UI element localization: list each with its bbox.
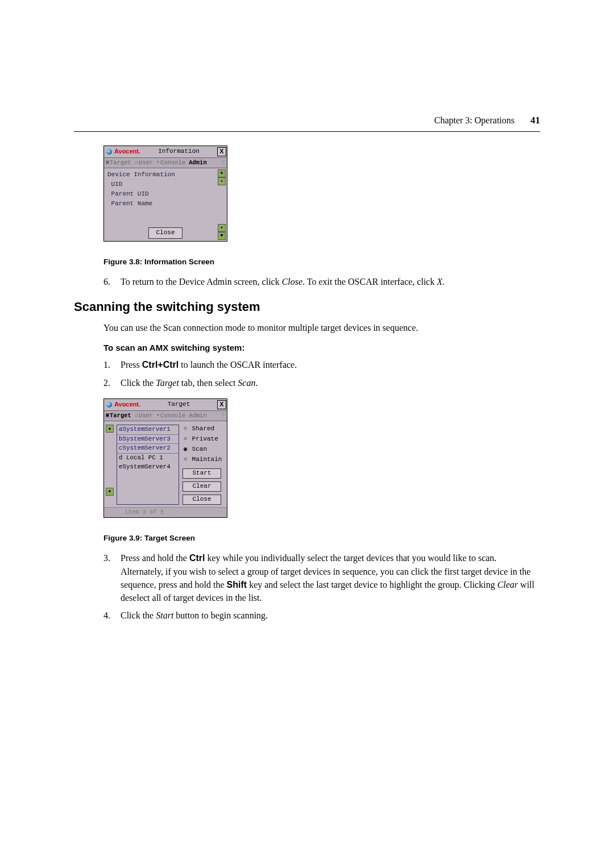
radio-maintain[interactable]: ○ Maintain xyxy=(182,455,222,464)
help-icon[interactable]: ? xyxy=(220,159,227,167)
list-number: 6. xyxy=(103,275,121,288)
help-icon[interactable]: ? xyxy=(220,412,227,420)
target-dialog: Avocent. Target X ▣Target ⌂User ▪Console… xyxy=(103,398,227,518)
scroll-down-icon[interactable]: ▼ xyxy=(106,488,114,496)
user-icon: ⌂ xyxy=(135,159,138,167)
figure-caption-2: Figure 3.9: Target Screen xyxy=(103,533,540,544)
tab-row: ▣Target ⌂User ▪Console Admin ? xyxy=(104,411,227,421)
radio-scan[interactable]: ◉ Scan xyxy=(182,445,222,454)
close-icon[interactable]: X xyxy=(217,400,226,409)
intro-paragraph: You can use the Scan connection mode to … xyxy=(103,321,540,334)
tab-admin[interactable]: Admin xyxy=(187,412,209,420)
list-item[interactable]: eSystemServer4 xyxy=(117,463,179,472)
target-list[interactable]: aSystemServer1 bSystemServer3 cSystemSer… xyxy=(117,425,179,505)
scroll-down-icon[interactable]: ▾ xyxy=(218,224,226,232)
list-number: 2. xyxy=(103,376,121,389)
procedure-heading: To scan an AMX switching system: xyxy=(103,342,540,354)
uid-row: UID xyxy=(107,180,223,189)
close-icon[interactable]: X xyxy=(217,147,226,156)
status-line: item 3 of 5 xyxy=(104,507,227,517)
chapter-label: Chapter 3: Operations xyxy=(434,114,515,127)
page-number: 41 xyxy=(530,114,540,128)
list-item[interactable]: d Local PC 1 xyxy=(117,454,179,463)
list-item[interactable]: aSystemServer1 xyxy=(117,425,179,435)
step-2-text: Click the Target tab, then select Scan. xyxy=(121,376,540,389)
parent-uid-row: Parent UID xyxy=(107,190,223,199)
brand-label: Avocent xyxy=(114,400,139,409)
list-number: 4. xyxy=(103,609,121,622)
tab-row: ▣Target ⌂User ▪Console Admin ? xyxy=(104,158,227,168)
tab-user[interactable]: ⌂User xyxy=(133,159,155,167)
tab-user[interactable]: ⌂User xyxy=(133,412,155,420)
user-icon: ⌂ xyxy=(135,412,138,420)
start-button[interactable]: Start xyxy=(182,468,221,479)
tab-target[interactable]: ▣Target xyxy=(104,159,133,167)
device-info-heading: Device Information xyxy=(107,171,223,180)
close-button[interactable]: Close xyxy=(182,495,221,505)
avocent-logo-icon xyxy=(106,149,112,155)
tab-console[interactable]: ▪Console xyxy=(155,159,187,167)
step-6-text: To return to the Device Admin screen, cl… xyxy=(121,275,540,288)
target-icon: ▣ xyxy=(106,412,109,420)
scroll-up-icon[interactable]: ▴ xyxy=(218,177,226,185)
list-number: 3. xyxy=(103,551,121,604)
radio-shared[interactable]: ○ Shared xyxy=(182,425,222,434)
close-button[interactable]: Close xyxy=(148,227,182,239)
radio-private[interactable]: ○ Private xyxy=(182,435,222,444)
brand-label: Avocent xyxy=(114,147,139,156)
step-4-text: Click the Start button to begin scanning… xyxy=(121,609,540,622)
step-3-text: Press and hold the Ctrl key while you in… xyxy=(121,551,540,604)
parent-name-row: Parent Name xyxy=(107,200,223,209)
section-heading: Scanning the switching system xyxy=(74,298,540,316)
list-item[interactable]: bSystemServer3 xyxy=(117,435,179,445)
tab-target[interactable]: ▣Target xyxy=(104,412,133,420)
scroll-top-icon[interactable]: ▲ xyxy=(218,169,226,177)
list-item[interactable]: cSystemServer2 xyxy=(117,444,179,454)
target-icon: ▣ xyxy=(106,159,109,167)
list-number: 1. xyxy=(103,358,121,371)
tab-console[interactable]: ▪Console xyxy=(155,412,187,420)
tab-admin[interactable]: Admin xyxy=(187,159,209,167)
page-header: Chapter 3: Operations 41 xyxy=(74,114,540,132)
figure-caption-1: Figure 3.8: Information Screen xyxy=(103,256,540,268)
console-icon: ▪ xyxy=(156,159,160,167)
console-icon: ▪ xyxy=(156,412,160,420)
dialog-title: Information xyxy=(140,147,217,156)
dialog-title: Target xyxy=(140,400,217,409)
avocent-logo-icon xyxy=(106,402,112,408)
information-dialog: Avocent. Information X ▣Target ⌂User ▪Co… xyxy=(103,146,227,242)
scroll-up-icon[interactable]: ▲ xyxy=(106,425,114,433)
scroll-bottom-icon[interactable]: ▼ xyxy=(218,232,226,240)
step-1-text: Press Ctrl+Ctrl to launch the OSCAR inte… xyxy=(121,358,540,371)
clear-button[interactable]: Clear xyxy=(182,481,221,492)
